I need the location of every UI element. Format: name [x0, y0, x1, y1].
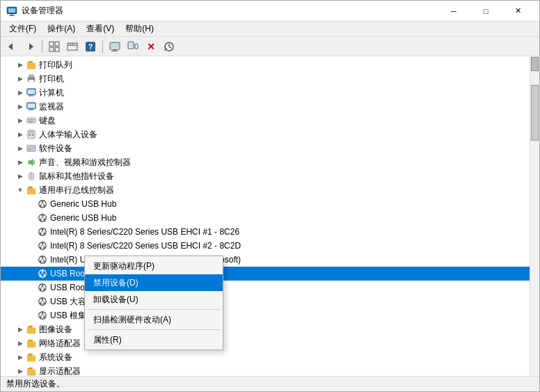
label-image: 图像设备 [39, 324, 72, 336]
svg-point-77 [40, 246, 42, 249]
ctx-disable-device[interactable]: 禁用设备(D) [85, 274, 223, 291]
svg-rect-56 [27, 188, 35, 194]
back-button[interactable] [3, 39, 20, 54]
label-generic-hub1: Generic USB Hub [50, 199, 116, 209]
svg-point-102 [43, 302, 45, 304]
forward-button[interactable] [22, 39, 38, 54]
expander-display: ▶ [15, 366, 26, 376]
tree-item-display[interactable]: ▶ 显示适配器 [1, 364, 530, 376]
tree-item-usb-root1[interactable]: USB Root Hub [1, 267, 530, 281]
icon-usb-root1 [37, 268, 48, 279]
tree-item-mouse[interactable]: ▶ 鼠标和其他指针设备 [1, 169, 530, 183]
svg-line-62 [42, 203, 45, 205]
tree-item-sound[interactable]: ▶ 声音、视频和游戏控制器 [1, 155, 530, 169]
title-bar-left: 设备管理器 [6, 5, 63, 17]
title-bar: 设备管理器 ─ □ ✕ [1, 1, 539, 22]
svg-point-84 [43, 260, 45, 262]
tree-item-hid[interactable]: ▶ 人体学输入设备 [1, 127, 530, 141]
expander-usb-ctrl: ▼ [15, 185, 26, 196]
expander-generic-hub1 [26, 198, 37, 210]
menu-view[interactable]: 查看(V) [81, 22, 120, 36]
toolbar-sep-1 [42, 40, 42, 53]
tree-item-image[interactable]: ▶ 图像设备 [1, 322, 530, 336]
scan-button[interactable] [161, 39, 177, 54]
menu-action[interactable]: 操作(A) [42, 22, 81, 36]
svg-line-92 [42, 272, 45, 275]
label-printer: 打印机 [39, 73, 64, 85]
expander-generic-hub2 [26, 212, 37, 224]
ctx-scan-hardware[interactable]: 扫描检测硬件改动(A) [85, 311, 223, 328]
label-network: 网络适配器 [39, 338, 81, 350]
svg-rect-7 [55, 42, 59, 46]
tree-item-network[interactable]: ▶ 网络适配器 [1, 336, 530, 350]
expander-monitor: ▶ [15, 101, 26, 112]
tree-item-printer[interactable]: ▶ 打印机 [1, 72, 530, 86]
menu-bar: 文件(F) 操作(A) 查看(V) 帮助(H) [1, 22, 539, 37]
svg-point-106 [42, 312, 44, 314]
menu-file[interactable]: 文件(F) [3, 22, 42, 36]
tree-item-usb-ctrl[interactable]: ▼ 通用串行总线控制器 [1, 183, 530, 197]
svg-line-79 [40, 244, 42, 247]
svg-rect-111 [27, 327, 35, 334]
tree-item-intel-ehci2[interactable]: Intel(R) 8 Series/C220 Series USB EHCI #… [1, 239, 530, 253]
refresh-button[interactable] [64, 39, 81, 54]
expander-network: ▶ [15, 338, 26, 349]
help-button[interactable]: ? [82, 39, 99, 54]
icon-usb-root2 [37, 282, 48, 293]
svg-point-58 [42, 201, 44, 203]
icon-intel-usb3 [37, 254, 48, 265]
window-title: 设备管理器 [22, 5, 63, 17]
icon-display [26, 366, 37, 376]
expander-intel-ehci2 [26, 240, 37, 251]
svg-line-86 [42, 258, 45, 261]
ctx-properties[interactable]: 属性(R) [85, 331, 223, 348]
tree-item-usb-root2[interactable]: USB Root Hub [1, 281, 530, 295]
tree-item-usb-mass[interactable]: USB 大容量存储设备 [1, 295, 530, 308]
icon-keyboard [26, 115, 37, 126]
svg-point-89 [40, 274, 42, 276]
label-intel-ehci1: Intel(R) 8 Series/C220 Series USB EHCI #… [50, 227, 239, 237]
tree-item-generic-hub2[interactable]: Generic USB Hub [1, 211, 530, 225]
tree-item-generic-hub1[interactable]: Generic USB Hub [1, 197, 530, 211]
close-button[interactable]: ✕ [502, 1, 534, 22]
ctx-uninstall-device[interactable]: 卸载设备(U) [85, 291, 223, 308]
monitor-button[interactable] [106, 39, 123, 54]
remove-button[interactable]: ✕ [143, 39, 159, 54]
svg-point-78 [43, 246, 45, 249]
device-tree[interactable]: ▶ 打印队列 ▶ 打印机 ▶ 计算机 ▶ [1, 56, 530, 376]
svg-rect-42 [31, 119, 33, 120]
svg-line-85 [40, 258, 42, 261]
tree-item-intel-usb3[interactable]: Intel(R) USB 3.0 可扩展主机控制器 - 1.0 (Microso… [1, 253, 530, 267]
show-all-button[interactable] [46, 39, 63, 54]
tree-item-print-queue[interactable]: ▶ 打印队列 [1, 58, 530, 72]
tree-item-keyboard[interactable]: ▶ 键盘 [1, 113, 530, 127]
expander-software: ▶ [15, 143, 26, 154]
tree-item-system[interactable]: ▶ 系统设备 [1, 350, 530, 364]
menu-help[interactable]: 帮助(H) [120, 22, 159, 36]
svg-rect-2 [10, 14, 13, 15]
svg-rect-30 [29, 80, 34, 82]
status-bar: 禁用所选设备。 [1, 376, 539, 391]
device-button[interactable] [125, 39, 141, 54]
svg-point-108 [43, 316, 45, 318]
scrollbar-vertical[interactable] [530, 56, 539, 376]
tree-item-monitor[interactable]: ▶ 监视器 [1, 100, 530, 113]
minimize-button[interactable]: ─ [438, 1, 470, 22]
svg-point-55 [31, 177, 32, 178]
toolbar-sep-2 [102, 40, 103, 53]
svg-rect-3 [9, 15, 15, 16]
svg-point-90 [43, 274, 45, 276]
svg-rect-8 [49, 47, 54, 52]
tree-item-usb-hub-frame[interactable]: USB 根集线器... [1, 308, 530, 322]
maximize-button[interactable]: □ [470, 1, 502, 22]
svg-line-91 [40, 272, 42, 275]
tree-item-intel-ehci1[interactable]: Intel(R) 8 Series/C220 Series USB EHCI #… [1, 225, 530, 239]
expander-intel-ehci1 [26, 226, 37, 237]
icon-network [26, 338, 37, 349]
tree-item-computer[interactable]: ▶ 计算机 [1, 86, 530, 100]
ctx-update-driver[interactable]: 更新驱动程序(P) [85, 258, 223, 274]
svg-marker-5 [29, 43, 33, 50]
label-computer: 计算机 [39, 87, 64, 99]
app-icon [6, 6, 17, 17]
tree-item-software[interactable]: ▶ 软件设备 [1, 141, 530, 155]
